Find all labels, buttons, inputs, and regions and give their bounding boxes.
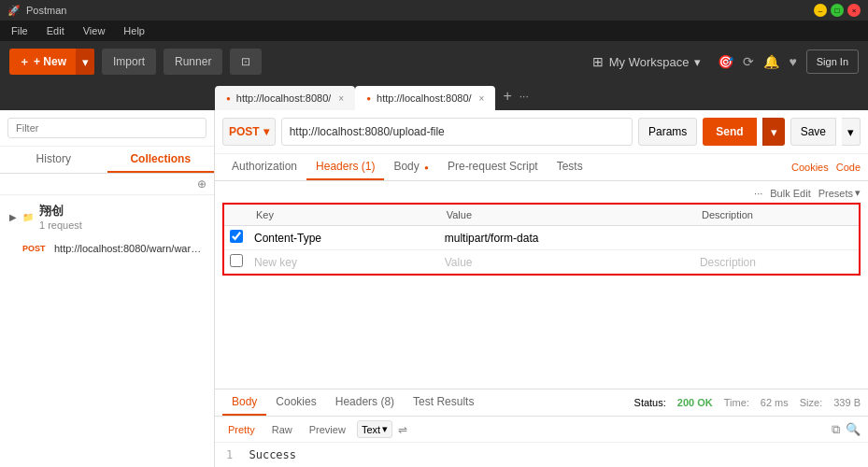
close-button[interactable]: × (847, 4, 861, 17)
th-description: Description (694, 204, 860, 226)
bell-icon[interactable]: 🔔 (763, 54, 779, 69)
import-button[interactable]: Import (102, 49, 156, 75)
response-content: Success (249, 448, 296, 461)
header-checkbox-1[interactable] (230, 254, 243, 267)
minimize-button[interactable]: – (814, 4, 827, 17)
cookies-link[interactable]: Cookies (791, 162, 829, 173)
format-selector[interactable]: Text ▾ (357, 420, 392, 438)
folder-icon: 📁 (22, 212, 34, 222)
bulk-edit-button[interactable]: Bulk Edit (770, 188, 810, 199)
header-key-1[interactable]: New key (249, 250, 439, 276)
new-button-arrow[interactable]: ▾ (76, 49, 94, 75)
header-checkbox-0[interactable] (230, 230, 243, 243)
collection-item[interactable]: ▶ 📁 翔创 1 request (0, 195, 214, 238)
status-value: 200 OK (677, 397, 713, 408)
menu-view[interactable]: View (79, 23, 109, 38)
params-button[interactable]: Params (638, 118, 697, 146)
code-button[interactable]: ⊡ (230, 49, 262, 75)
url-input[interactable] (281, 118, 633, 146)
more-options-button[interactable]: ··· (754, 188, 762, 199)
size-label: Size: (800, 397, 822, 408)
collection-info: 翔创 1 request (39, 203, 82, 231)
header-row-1: New key Value Description (223, 250, 860, 276)
method-badge: POST (22, 244, 49, 253)
status-label: Status: (634, 397, 666, 408)
sidebar-tab-history[interactable]: History (0, 147, 107, 173)
save-button[interactable]: Save (790, 118, 836, 146)
send-button[interactable]: Send (703, 118, 756, 146)
request-subtabs: Authorization Headers (1) Body ● Pre-req… (215, 154, 868, 181)
response-section: Body Cookies Headers (8) Test Results St… (215, 389, 868, 467)
tab-url-0: http://localhost:8080/ (236, 92, 332, 104)
new-collection-button[interactable]: ⊕ (197, 177, 206, 191)
tab-url-1: http://localhost:8080/ (377, 92, 472, 104)
tab-1[interactable]: ● http://localhost:8080/ × (355, 86, 495, 110)
tab-headers[interactable]: Headers (1) (306, 154, 384, 180)
presets-button[interactable]: Presets ▾ (818, 187, 861, 199)
heart-icon[interactable]: ♥ (789, 54, 796, 69)
copy-response-button[interactable]: ⧉ (832, 422, 840, 437)
new-button-main: ＋ + New (9, 49, 76, 75)
raw-button[interactable]: Raw (266, 422, 298, 437)
new-button[interactable]: ＋ + New ▾ (9, 49, 94, 75)
wrap-icon[interactable]: ⇌ (398, 423, 407, 436)
response-tab-cookies[interactable]: Cookies (266, 389, 325, 416)
sidebar-actions: ⊕ (0, 174, 214, 195)
sidebar-request-item[interactable]: POST http://localhost:8080/warn/warnpost (0, 238, 214, 259)
response-tab-tests[interactable]: Test Results (404, 389, 483, 416)
runner-button[interactable]: Runner (164, 49, 222, 75)
tab-0[interactable]: ● http://localhost:8080/ × (215, 86, 355, 110)
send-arrow-button[interactable]: ▾ (762, 118, 785, 146)
add-tab-button[interactable]: + (495, 88, 519, 105)
collection-arrow-icon: ▶ (9, 212, 17, 222)
presets-label: Presets (818, 188, 853, 199)
presets-arrow-icon: ▾ (855, 187, 861, 199)
response-tab-headers[interactable]: Headers (8) (326, 389, 404, 416)
tab-tests[interactable]: Tests (548, 154, 592, 180)
header-value-1[interactable]: Value (439, 250, 694, 276)
menu-file[interactable]: File (7, 23, 32, 38)
format-label: Text (362, 424, 380, 435)
search-response-button[interactable]: 🔍 (846, 422, 861, 437)
menu-edit[interactable]: Edit (43, 23, 68, 38)
th-key: Key (249, 204, 439, 226)
header-description-1[interactable]: Description (694, 250, 860, 276)
workspace-arrow-icon: ▾ (694, 55, 701, 69)
more-tabs-button[interactable]: ··· (519, 90, 529, 103)
method-label: POST (229, 125, 260, 138)
pretty-button[interactable]: Pretty (222, 422, 261, 437)
method-select[interactable]: POST ▾ (222, 118, 276, 146)
tab-authorization[interactable]: Authorization (222, 154, 306, 180)
response-tabs-row: Body Cookies Headers (8) Test Results St… (215, 389, 868, 417)
response-tab-body[interactable]: Body (222, 389, 266, 416)
tab-dot-1: ● (366, 94, 371, 103)
headers-section: ··· Bulk Edit Presets ▾ Key Value Descri… (215, 181, 868, 389)
header-row-0: Content-Type multipart/form-data (223, 226, 860, 250)
header-value-0[interactable]: multipart/form-data (439, 226, 694, 250)
th-checkbox (223, 204, 249, 226)
tab-close-0[interactable]: × (338, 93, 344, 104)
preview-button[interactable]: Preview (304, 422, 351, 437)
tab-prerequest[interactable]: Pre-request Script (438, 154, 548, 180)
workspace-icon: ⊞ (592, 54, 604, 69)
menu-help[interactable]: Help (120, 23, 149, 38)
search-input[interactable] (7, 118, 206, 138)
menubar: File Edit View Help (0, 21, 868, 41)
toolbar: ＋ + New ▾ Import Runner ⊡ ⊞ My Workspace… (0, 41, 868, 82)
tab-body[interactable]: Body ● (384, 154, 438, 180)
tab-close-1[interactable]: × (479, 93, 485, 104)
header-key-0[interactable]: Content-Type (249, 226, 439, 250)
request-panel: POST ▾ Params Send ▾ Save ▾ Authorizatio… (215, 110, 868, 467)
radar-icon[interactable]: 🎯 (718, 54, 733, 69)
maximize-button[interactable]: □ (831, 4, 844, 17)
code-link[interactable]: Code (836, 162, 861, 173)
save-arrow-button[interactable]: ▾ (842, 118, 861, 146)
format-arrow-icon: ▾ (382, 423, 388, 435)
app-icon: 🚀 (7, 5, 21, 17)
signin-button[interactable]: Sign In (806, 50, 859, 74)
line-number-1: 1 (226, 448, 233, 461)
workspace-selector[interactable]: ⊞ My Workspace ▾ (592, 54, 702, 69)
sync-icon[interactable]: ⟳ (743, 54, 754, 69)
headers-tab-label: Headers (1) (316, 160, 375, 173)
sidebar-tab-collections[interactable]: Collections (107, 147, 215, 173)
